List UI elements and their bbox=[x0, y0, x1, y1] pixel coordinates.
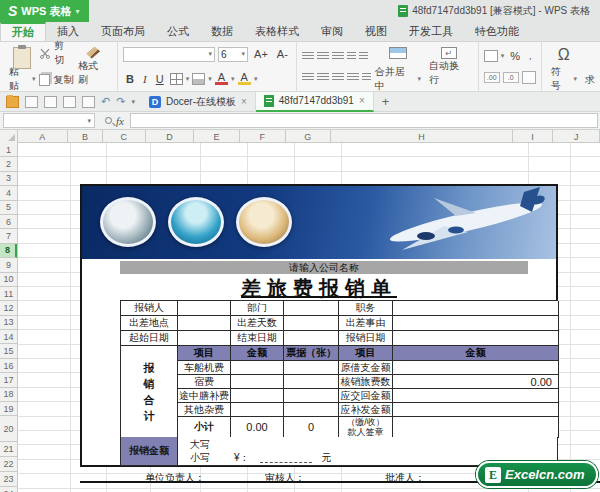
row-header[interactable]: 5 bbox=[0, 201, 17, 215]
row-header[interactable]: 16 bbox=[0, 359, 17, 373]
column-header-h[interactable]: H bbox=[331, 130, 512, 143]
format-painter-button[interactable]: 格式刷 bbox=[74, 46, 112, 88]
tab-home[interactable]: 开始 bbox=[0, 22, 46, 41]
justify-icon[interactable] bbox=[347, 73, 359, 82]
doc-tab-docer[interactable]: D Docer-在线模板 × bbox=[141, 92, 256, 112]
tab-data[interactable]: 数据 bbox=[200, 22, 244, 41]
cell-grid[interactable]: 请输入公司名称 差旅费报销单 报销人 部门 职务 出差地点 出差天数 出差事由 bbox=[18, 143, 600, 492]
distribute-icon[interactable] bbox=[362, 73, 371, 82]
row-header[interactable]: 21 bbox=[0, 442, 17, 457]
row-header[interactable]: 19 bbox=[0, 402, 17, 416]
column-header-d[interactable]: D bbox=[146, 130, 195, 143]
payer-signature-value[interactable] bbox=[393, 417, 559, 438]
tab-page-layout[interactable]: 页面布局 bbox=[90, 22, 156, 41]
decrease-indent-icon[interactable] bbox=[347, 52, 356, 61]
autosum-button-partial[interactable]: 求 bbox=[581, 46, 595, 88]
trip-reason-value[interactable] bbox=[393, 316, 559, 331]
column-header-j[interactable]: J bbox=[553, 130, 600, 143]
column-header-g[interactable]: G bbox=[286, 130, 332, 143]
wps-app-button[interactable]: S WPS 表格 ▾ bbox=[0, 0, 89, 22]
name-box[interactable]: ▾ bbox=[3, 113, 95, 128]
underline-button[interactable]: U bbox=[153, 73, 167, 85]
amount-blank-line[interactable] bbox=[260, 453, 312, 463]
department-value[interactable] bbox=[284, 301, 339, 316]
row-header[interactable]: 18 bbox=[0, 388, 17, 402]
fx-icon[interactable]: fx bbox=[116, 115, 124, 127]
align-left-icon[interactable] bbox=[302, 73, 314, 82]
select-all-corner[interactable] bbox=[0, 130, 18, 143]
row-header[interactable]: 9 bbox=[0, 258, 17, 272]
save-icon[interactable] bbox=[25, 96, 38, 108]
comma-style-button[interactable]: , bbox=[526, 51, 535, 61]
reimburse-date-value[interactable] bbox=[393, 331, 559, 346]
increase-indent-icon[interactable] bbox=[359, 52, 368, 61]
grow-font-button[interactable]: A+ bbox=[251, 48, 271, 60]
return-amount-value[interactable] bbox=[393, 389, 559, 403]
trip-days-value[interactable] bbox=[284, 316, 339, 331]
transport-fee-amount[interactable] bbox=[231, 361, 284, 375]
cut-button[interactable]: 剪切 bbox=[39, 46, 74, 61]
undo-icon[interactable]: ↶ bbox=[101, 95, 110, 108]
trip-place-value[interactable] bbox=[178, 316, 231, 331]
tab-dev-tools[interactable]: 开发工具 bbox=[398, 22, 464, 41]
doc-tab-current[interactable]: 48fd7147dd3b91 × bbox=[256, 92, 374, 112]
paste-button[interactable]: 粘贴▾ bbox=[5, 46, 39, 88]
start-date-value[interactable] bbox=[178, 331, 231, 346]
number-format-icon[interactable] bbox=[522, 71, 536, 84]
bold-button[interactable]: B bbox=[123, 73, 137, 85]
formula-input[interactable] bbox=[130, 113, 598, 128]
borders-button[interactable] bbox=[170, 73, 183, 85]
row-header[interactable]: 22 bbox=[0, 457, 17, 472]
subtotal-tickets[interactable]: 0 bbox=[284, 417, 339, 438]
row-header[interactable]: 7 bbox=[0, 229, 17, 243]
lodging-fee-amount[interactable] bbox=[231, 375, 284, 389]
column-header-c[interactable]: C bbox=[103, 130, 146, 143]
misc-fee-amount[interactable] bbox=[231, 403, 284, 417]
tab-special-features[interactable]: 特色功能 bbox=[464, 22, 530, 41]
increase-decimal-icon[interactable]: .00 bbox=[484, 72, 500, 83]
row-header[interactable]: 14 bbox=[0, 330, 17, 344]
row-header[interactable]: 17 bbox=[0, 373, 17, 387]
align-middle-icon[interactable] bbox=[317, 52, 329, 61]
print-preview-icon[interactable] bbox=[82, 96, 95, 108]
column-header-f[interactable]: F bbox=[240, 130, 286, 143]
tab-view[interactable]: 视图 bbox=[354, 22, 398, 41]
row-header[interactable]: 6 bbox=[0, 215, 17, 229]
open-icon[interactable] bbox=[6, 96, 19, 108]
search-icon[interactable] bbox=[105, 117, 112, 124]
reissue-amount-value[interactable] bbox=[393, 403, 559, 417]
redo-icon[interactable]: ↷ bbox=[116, 95, 125, 108]
column-header-b[interactable]: B bbox=[68, 130, 103, 143]
fill-color-button[interactable] bbox=[192, 73, 205, 85]
claimant-value[interactable] bbox=[178, 301, 231, 316]
row-header[interactable]: 23 bbox=[0, 472, 17, 487]
lodging-fee-tickets[interactable] bbox=[284, 375, 339, 389]
align-top-icon[interactable] bbox=[302, 52, 314, 61]
tab-formulas[interactable]: 公式 bbox=[156, 22, 200, 41]
italic-button[interactable]: I bbox=[140, 73, 150, 85]
row-header[interactable]: 3 bbox=[0, 172, 17, 186]
font-color-button[interactable]: A bbox=[215, 73, 228, 85]
meal-allowance-tickets[interactable] bbox=[284, 389, 339, 403]
percent-style-button[interactable]: % bbox=[507, 50, 523, 62]
align-right-icon[interactable] bbox=[332, 73, 344, 82]
font-size-select[interactable]: 6▾ bbox=[218, 47, 248, 62]
company-name-placeholder[interactable]: 请输入公司名称 bbox=[120, 261, 528, 274]
row-header[interactable]: 11 bbox=[0, 287, 17, 301]
print-icon[interactable] bbox=[63, 96, 76, 108]
row-header[interactable]: 24 bbox=[0, 487, 17, 492]
chevron-down-icon[interactable]: ▾ bbox=[131, 98, 135, 106]
align-center-icon[interactable] bbox=[317, 73, 329, 82]
currency-format-icon[interactable] bbox=[484, 50, 498, 62]
close-icon[interactable]: × bbox=[359, 95, 365, 106]
end-date-value[interactable] bbox=[284, 331, 339, 346]
merge-center-button[interactable]: 合并居中▾ bbox=[371, 46, 425, 88]
font-name-select[interactable]: ▾ bbox=[123, 47, 215, 62]
misc-fee-tickets[interactable] bbox=[284, 403, 339, 417]
row-header[interactable]: 1 bbox=[0, 143, 17, 157]
column-header-i[interactable]: I bbox=[513, 130, 554, 143]
borrowed-amount-value[interactable] bbox=[393, 361, 559, 375]
new-tab-button[interactable]: + bbox=[374, 94, 398, 109]
row-header[interactable]: 15 bbox=[0, 344, 17, 358]
align-bottom-icon[interactable] bbox=[332, 52, 344, 61]
